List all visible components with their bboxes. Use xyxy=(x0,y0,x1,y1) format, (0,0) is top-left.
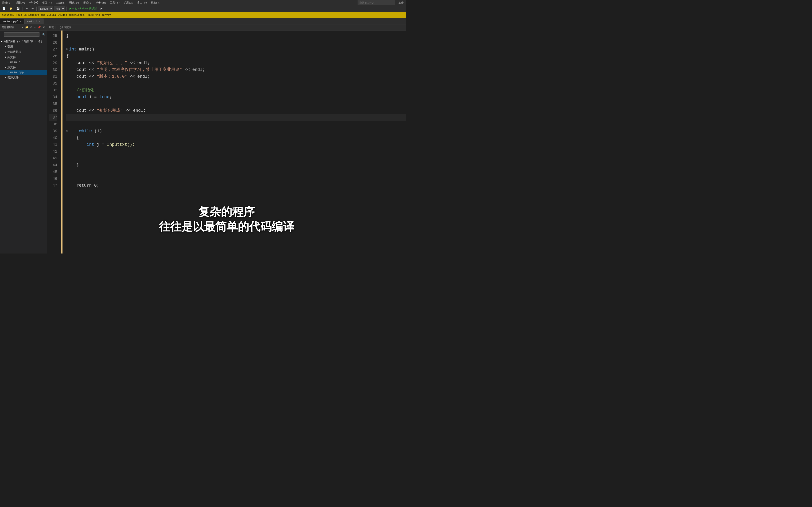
menu-view[interactable]: 视图(V) xyxy=(14,1,26,4)
collapse-icon[interactable]: ⊟ xyxy=(66,129,68,133)
line-number-30: 30 xyxy=(49,66,57,73)
redo-button[interactable]: ↪ xyxy=(30,6,35,11)
platform-select[interactable]: x86 xyxy=(54,6,65,11)
code-line-25[interactable]: } xyxy=(66,33,406,39)
search-input[interactable] xyxy=(358,0,395,5)
sidebar-item-mainh[interactable]: H main.h xyxy=(0,60,47,65)
expand-icon-refs: ▶ xyxy=(5,45,6,48)
code-line-40[interactable]: { xyxy=(66,134,406,141)
menu-git[interactable]: Git(G) xyxy=(28,1,40,4)
new-file-button[interactable]: 📄 xyxy=(1,6,7,11)
line-number-32: 32 xyxy=(49,80,57,87)
line-number-29: 29 xyxy=(49,60,57,66)
code-line-26[interactable] xyxy=(66,39,406,46)
file-icon-h: H xyxy=(7,61,9,64)
sidebar-item-sources[interactable]: ▼ 源文件 xyxy=(0,65,47,70)
expand-icon-headers: ▼ xyxy=(5,56,6,59)
line-number-41: 41 xyxy=(49,141,57,148)
code-line-29[interactable]: cout << “初始化。。。” << endl; xyxy=(66,60,406,66)
sidebar-refresh-btn[interactable]: ⟳ xyxy=(30,25,33,29)
undo-button[interactable]: ↩ xyxy=(24,6,29,11)
scope-input[interactable] xyxy=(58,25,95,30)
sidebar-item-external[interactable]: ▶ 外部依赖项 xyxy=(0,49,47,55)
sidebar-external-label: 外部依赖项 xyxy=(7,50,21,54)
code-line-34[interactable]: bool i = true; xyxy=(66,94,406,101)
code-line-46[interactable] xyxy=(66,175,406,182)
sidebar-resources-label: 资源文件 xyxy=(7,75,18,79)
sidebar-pin-btn[interactable]: 📌 xyxy=(37,25,41,29)
menu-help[interactable]: 帮助(H) xyxy=(150,1,162,4)
save-button[interactable]: 💾 xyxy=(15,6,21,11)
code-line-39[interactable]: ⊟ while (i) xyxy=(66,128,406,134)
code-line-28[interactable]: { xyxy=(66,53,406,60)
code-line-38[interactable] xyxy=(66,121,406,128)
tab-bar: main.cpp* ✕ main.h ✕ xyxy=(0,18,406,24)
line-number-43: 43 xyxy=(49,155,57,162)
code-line-35[interactable] xyxy=(66,101,406,107)
menu-debug[interactable]: 调试(D) xyxy=(68,1,80,4)
collapse-icon[interactable]: ⊟ xyxy=(66,47,68,52)
tab-main-cpp-close[interactable]: ✕ xyxy=(20,20,21,23)
menu-analyze[interactable]: 分析(N) xyxy=(95,1,107,4)
sidebar-item-refs[interactable]: ▶ 引用 xyxy=(0,44,47,49)
debug-config-select[interactable]: Debug xyxy=(38,6,53,11)
code-line-44[interactable]: } xyxy=(66,162,406,169)
tab-main-cpp-label: main.cpp* xyxy=(3,20,18,23)
sidebar-collapse-btn[interactable]: ▾ xyxy=(34,25,36,29)
notification-link[interactable]: Take the survey xyxy=(87,14,111,16)
code-line-32[interactable] xyxy=(66,80,406,87)
menu-extensions[interactable]: 扩展(X) xyxy=(123,1,135,4)
code-line-42[interactable] xyxy=(66,148,406,155)
attach-button[interactable]: ▶ xyxy=(99,6,104,11)
line-numbers: 2526272829303132333435363738394041424344… xyxy=(47,31,61,253)
code-lines[interactable]: }⊟int main(){ cout << “初始化。。。” << endl; … xyxy=(62,31,406,253)
tab-main-cpp[interactable]: main.cpp* ✕ xyxy=(0,18,24,24)
code-line-27[interactable]: ⊟int main() xyxy=(66,46,406,53)
code-line-37[interactable] xyxy=(66,114,406,121)
expand-icon: ▶ xyxy=(1,40,3,43)
menu-tools[interactable]: 工具(T) xyxy=(109,1,121,4)
code-line-30[interactable]: cout << “声明：本程序仅供学习，禁止用于商业用途” << endl; xyxy=(66,66,406,73)
sidebar-item-headers[interactable]: ▼ 头文件 xyxy=(0,55,47,60)
main-toolbar: 📄 📁 💾 ↩ ↪ Debug x86 ▶ 本地 Windows 调试器 ▶ xyxy=(0,5,406,12)
code-line-47[interactable]: return 0; xyxy=(66,182,406,189)
menu-window[interactable]: 窗口(W) xyxy=(136,1,148,4)
line-number-40: 40 xyxy=(49,134,57,141)
code-line-31[interactable]: cout << “版本：1.0.0” << endl; xyxy=(66,73,406,80)
line-number-44: 44 xyxy=(49,162,57,169)
line-number-27: 27 xyxy=(49,46,57,53)
menu-build[interactable]: 生成(B) xyxy=(55,1,66,4)
breadcrumb-label: 加密 xyxy=(49,25,54,29)
code-line-41[interactable]: int j = Inputtxt(); xyxy=(66,141,406,148)
sidebar-project-root[interactable]: ▶ 方案'加密'(1 个项目/共 1 个) xyxy=(0,39,47,44)
line-number-26: 26 xyxy=(49,39,57,46)
sidebar-close-btn[interactable]: ✕ xyxy=(42,25,45,29)
divider-3 xyxy=(66,7,67,11)
line-number-28: 28 xyxy=(49,53,57,60)
tab-main-h[interactable]: main.h ✕ xyxy=(24,18,44,24)
tab-main-h-close[interactable]: ✕ xyxy=(39,20,41,23)
code-line-36[interactable]: cout << “初始化完成” << endl; xyxy=(66,107,406,114)
sidebar-header-icons: + 📁 ⟳ ▾ 📌 ✕ xyxy=(21,25,45,29)
sidebar-item-resources[interactable]: ▶ 资源文件 xyxy=(0,75,47,80)
sidebar-new-file-btn[interactable]: + xyxy=(21,25,24,29)
menu-edit[interactable]: 编辑(E) xyxy=(1,1,13,4)
breadcrumb-separator: | xyxy=(55,26,57,29)
open-button[interactable]: 📁 xyxy=(8,6,14,11)
menu-project[interactable]: 项目(P) xyxy=(41,1,53,4)
notification-bar: minutes? Help us improve the Visual Stud… xyxy=(0,12,406,18)
sidebar-item-maincpp[interactable]: C main.cpp xyxy=(0,70,47,75)
sidebar-search-input[interactable] xyxy=(4,33,40,37)
expand-icon-resources: ▶ xyxy=(5,76,6,79)
encrypt-button[interactable]: 加密 xyxy=(397,0,405,5)
sidebar-header: 资源管理器 + 📁 ⟳ ▾ 📌 ✕ xyxy=(0,24,47,31)
code-container: 2526272829303132333435363738394041424344… xyxy=(47,31,406,253)
code-line-33[interactable]: //初始化 xyxy=(66,87,406,94)
code-line-45[interactable] xyxy=(66,169,406,175)
menu-test[interactable]: 测试(S) xyxy=(82,1,94,4)
run-button[interactable]: ▶ 本地 Windows 调试器 xyxy=(68,6,98,11)
sidebar-sources-label: 源文件 xyxy=(7,65,16,69)
notification-message: minutes? Help us improve the Visual Stud… xyxy=(2,14,86,16)
sidebar-new-folder-btn[interactable]: 📁 xyxy=(25,25,29,29)
code-line-43[interactable] xyxy=(66,155,406,162)
